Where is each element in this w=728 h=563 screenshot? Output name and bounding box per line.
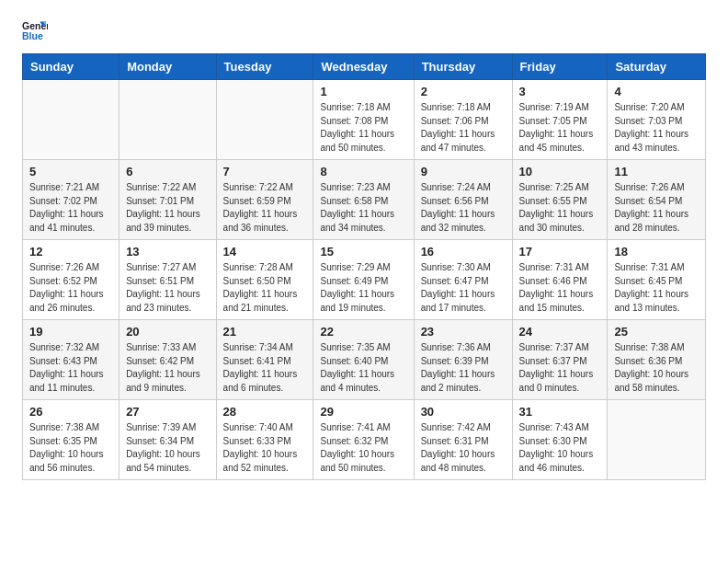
day-info: Sunrise: 7:22 AM Sunset: 7:01 PM Dayligh…	[126, 181, 209, 235]
calendar-cell: 30Sunrise: 7:42 AM Sunset: 6:31 PM Dayli…	[414, 400, 512, 480]
calendar-week-row: 12Sunrise: 7:26 AM Sunset: 6:52 PM Dayli…	[23, 240, 706, 320]
day-info: Sunrise: 7:21 AM Sunset: 7:02 PM Dayligh…	[29, 181, 112, 235]
calendar-week-row: 1Sunrise: 7:18 AM Sunset: 7:08 PM Daylig…	[23, 80, 706, 160]
day-number: 13	[126, 245, 209, 259]
day-number: 9	[421, 165, 506, 178]
calendar-cell: 25Sunrise: 7:38 AM Sunset: 6:36 PM Dayli…	[608, 320, 706, 400]
calendar-cell: 20Sunrise: 7:33 AM Sunset: 6:42 PM Dayli…	[119, 320, 216, 400]
calendar-cell	[216, 80, 313, 160]
calendar-cell	[608, 400, 706, 480]
calendar-header-friday: Friday	[512, 54, 608, 80]
day-info: Sunrise: 7:24 AM Sunset: 6:56 PM Dayligh…	[421, 181, 506, 235]
day-info: Sunrise: 7:31 AM Sunset: 6:46 PM Dayligh…	[519, 261, 601, 315]
day-number: 5	[29, 165, 112, 178]
day-info: Sunrise: 7:19 AM Sunset: 7:05 PM Dayligh…	[519, 101, 601, 155]
day-number: 11	[614, 165, 699, 178]
calendar-cell: 16Sunrise: 7:30 AM Sunset: 6:47 PM Dayli…	[414, 240, 512, 320]
calendar-cell: 14Sunrise: 7:28 AM Sunset: 6:50 PM Dayli…	[216, 240, 313, 320]
calendar-cell: 12Sunrise: 7:26 AM Sunset: 6:52 PM Dayli…	[23, 240, 119, 320]
calendar-cell	[119, 80, 216, 160]
day-number: 29	[320, 405, 406, 419]
day-info: Sunrise: 7:35 AM Sunset: 6:40 PM Dayligh…	[320, 341, 406, 395]
calendar-header-monday: Monday	[119, 54, 216, 80]
day-number: 15	[320, 245, 406, 259]
day-info: Sunrise: 7:25 AM Sunset: 6:55 PM Dayligh…	[519, 181, 601, 235]
calendar-cell: 24Sunrise: 7:37 AM Sunset: 6:37 PM Dayli…	[512, 320, 608, 400]
day-number: 27	[126, 405, 209, 419]
day-number: 26	[29, 405, 112, 419]
day-number: 17	[519, 245, 601, 259]
day-info: Sunrise: 7:22 AM Sunset: 6:59 PM Dayligh…	[223, 181, 307, 235]
day-number: 7	[223, 165, 307, 178]
calendar-cell: 7Sunrise: 7:22 AM Sunset: 6:59 PM Daylig…	[216, 160, 313, 240]
day-info: Sunrise: 7:42 AM Sunset: 6:31 PM Dayligh…	[421, 421, 506, 475]
calendar-cell: 29Sunrise: 7:41 AM Sunset: 6:32 PM Dayli…	[313, 400, 414, 480]
calendar-header-saturday: Saturday	[608, 54, 706, 80]
day-info: Sunrise: 7:38 AM Sunset: 6:36 PM Dayligh…	[614, 341, 699, 395]
calendar-cell: 4Sunrise: 7:20 AM Sunset: 7:03 PM Daylig…	[608, 80, 706, 160]
calendar-cell	[23, 80, 119, 160]
day-info: Sunrise: 7:37 AM Sunset: 6:37 PM Dayligh…	[519, 341, 601, 395]
day-number: 1	[320, 85, 406, 98]
calendar-cell: 26Sunrise: 7:38 AM Sunset: 6:35 PM Dayli…	[23, 400, 119, 480]
day-number: 31	[519, 405, 601, 419]
day-number: 24	[519, 325, 601, 339]
calendar-cell: 22Sunrise: 7:35 AM Sunset: 6:40 PM Dayli…	[313, 320, 414, 400]
calendar-header-wednesday: Wednesday	[313, 54, 414, 80]
calendar-cell: 17Sunrise: 7:31 AM Sunset: 6:46 PM Dayli…	[512, 240, 608, 320]
calendar-cell: 21Sunrise: 7:34 AM Sunset: 6:41 PM Dayli…	[216, 320, 313, 400]
day-number: 4	[614, 85, 699, 98]
calendar-cell: 1Sunrise: 7:18 AM Sunset: 7:08 PM Daylig…	[313, 80, 414, 160]
calendar-week-row: 26Sunrise: 7:38 AM Sunset: 6:35 PM Dayli…	[23, 400, 706, 480]
calendar-header-thursday: Thursday	[414, 54, 512, 80]
calendar-cell: 10Sunrise: 7:25 AM Sunset: 6:55 PM Dayli…	[512, 160, 608, 240]
day-info: Sunrise: 7:40 AM Sunset: 6:33 PM Dayligh…	[223, 421, 307, 475]
day-info: Sunrise: 7:18 AM Sunset: 7:06 PM Dayligh…	[421, 101, 506, 155]
day-number: 21	[223, 325, 307, 339]
day-info: Sunrise: 7:28 AM Sunset: 6:50 PM Dayligh…	[223, 261, 307, 315]
calendar-header-tuesday: Tuesday	[216, 54, 313, 80]
page: General Blue SundayMondayTuesdayWednesda…	[0, 0, 728, 499]
day-info: Sunrise: 7:26 AM Sunset: 6:52 PM Dayligh…	[29, 261, 112, 315]
day-info: Sunrise: 7:33 AM Sunset: 6:42 PM Dayligh…	[126, 341, 209, 395]
day-number: 18	[614, 245, 699, 259]
header: General Blue	[22, 18, 706, 44]
day-info: Sunrise: 7:26 AM Sunset: 6:54 PM Dayligh…	[614, 181, 699, 235]
day-info: Sunrise: 7:27 AM Sunset: 6:51 PM Dayligh…	[126, 261, 209, 315]
day-info: Sunrise: 7:39 AM Sunset: 6:34 PM Dayligh…	[126, 421, 209, 475]
day-number: 19	[29, 325, 112, 339]
day-info: Sunrise: 7:18 AM Sunset: 7:08 PM Dayligh…	[320, 101, 406, 155]
calendar-cell: 5Sunrise: 7:21 AM Sunset: 7:02 PM Daylig…	[23, 160, 119, 240]
day-number: 23	[421, 325, 506, 339]
calendar-cell: 15Sunrise: 7:29 AM Sunset: 6:49 PM Dayli…	[313, 240, 414, 320]
logo: General Blue	[22, 18, 51, 44]
day-info: Sunrise: 7:31 AM Sunset: 6:45 PM Dayligh…	[614, 261, 699, 315]
day-number: 16	[421, 245, 506, 259]
day-info: Sunrise: 7:34 AM Sunset: 6:41 PM Dayligh…	[223, 341, 307, 395]
day-number: 8	[320, 165, 406, 178]
calendar-week-row: 5Sunrise: 7:21 AM Sunset: 7:02 PM Daylig…	[23, 160, 706, 240]
calendar-cell: 23Sunrise: 7:36 AM Sunset: 6:39 PM Dayli…	[414, 320, 512, 400]
day-number: 14	[223, 245, 307, 259]
day-number: 2	[421, 85, 506, 98]
day-number: 12	[29, 245, 112, 259]
logo-icon: General Blue	[22, 18, 48, 44]
calendar-cell: 28Sunrise: 7:40 AM Sunset: 6:33 PM Dayli…	[216, 400, 313, 480]
day-number: 6	[126, 165, 209, 178]
calendar-header-sunday: Sunday	[23, 54, 119, 80]
day-info: Sunrise: 7:41 AM Sunset: 6:32 PM Dayligh…	[320, 421, 406, 475]
day-info: Sunrise: 7:38 AM Sunset: 6:35 PM Dayligh…	[29, 421, 112, 475]
calendar-cell: 13Sunrise: 7:27 AM Sunset: 6:51 PM Dayli…	[119, 240, 216, 320]
calendar-cell: 19Sunrise: 7:32 AM Sunset: 6:43 PM Dayli…	[23, 320, 119, 400]
day-number: 28	[223, 405, 307, 419]
day-number: 22	[320, 325, 406, 339]
calendar-cell: 27Sunrise: 7:39 AM Sunset: 6:34 PM Dayli…	[119, 400, 216, 480]
day-number: 20	[126, 325, 209, 339]
calendar-header-row: SundayMondayTuesdayWednesdayThursdayFrid…	[23, 54, 706, 80]
svg-text:Blue: Blue	[22, 30, 43, 41]
day-info: Sunrise: 7:30 AM Sunset: 6:47 PM Dayligh…	[421, 261, 506, 315]
calendar-cell: 31Sunrise: 7:43 AM Sunset: 6:30 PM Dayli…	[512, 400, 608, 480]
calendar-cell: 6Sunrise: 7:22 AM Sunset: 7:01 PM Daylig…	[119, 160, 216, 240]
day-number: 10	[519, 165, 601, 178]
day-number: 3	[519, 85, 601, 98]
